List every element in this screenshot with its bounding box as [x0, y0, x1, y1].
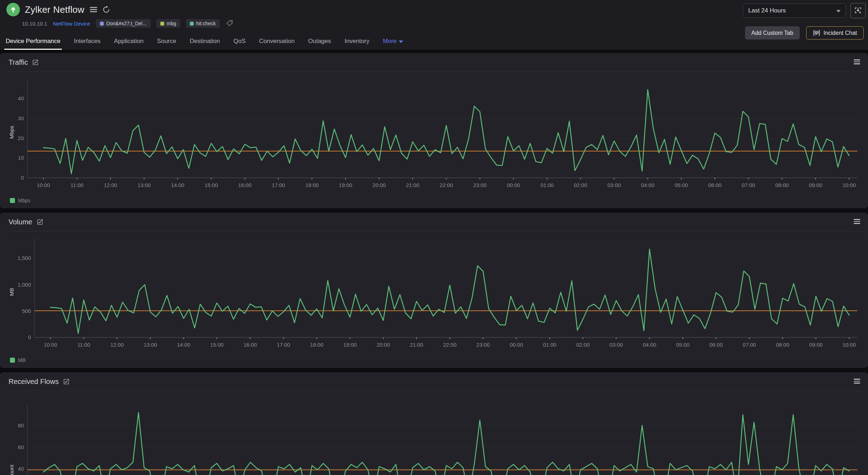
svg-text:1,000: 1,000	[17, 282, 31, 288]
svg-text:05:00: 05:00	[675, 182, 688, 188]
tag-label: Don&#x27;t_Del...	[106, 21, 147, 26]
card-header: Volume	[9, 213, 859, 231]
tab-more[interactable]: More	[383, 38, 403, 46]
expand-chart-icon[interactable]	[37, 219, 43, 225]
time-range-select[interactable]: Last 24 Hours	[743, 4, 846, 18]
svg-text:0: 0	[21, 175, 24, 181]
svg-text:15:00: 15:00	[210, 342, 224, 348]
svg-text:06:00: 06:00	[709, 342, 723, 348]
traffic-chart[interactable]: 01020304010:0011:0012:0013:0014:0015:001…	[9, 76, 859, 195]
svg-text:60: 60	[18, 444, 24, 450]
svg-text:23:00: 23:00	[473, 182, 487, 188]
top-bar: Zylker Netflow 10.10.10.1 NetFlow Device…	[0, 0, 868, 50]
incident-chat-button[interactable]: Incident Chat	[806, 26, 864, 39]
svg-text:07:00: 07:00	[743, 342, 756, 348]
add-custom-tab-button[interactable]: Add Custom Tab	[745, 26, 800, 39]
svg-text:04:00: 04:00	[643, 342, 657, 348]
expand-chart-icon[interactable]	[32, 59, 39, 66]
tab-destination[interactable]: Destination	[190, 38, 220, 46]
refresh-icon[interactable]	[102, 6, 110, 14]
svg-text:12:00: 12:00	[104, 182, 117, 188]
legend-swatch	[10, 358, 15, 363]
hamburger-menu-icon[interactable]	[90, 6, 97, 13]
expand-chart-icon[interactable]	[63, 378, 70, 385]
tab-bar: Device Performance Interfaces Applicatio…	[0, 38, 403, 50]
svg-text:00:00: 00:00	[510, 342, 523, 348]
svg-text:03:00: 03:00	[610, 342, 623, 348]
tag-chip[interactable]: hit:check	[186, 19, 220, 28]
svg-text:08:00: 08:00	[776, 342, 789, 348]
tag-color-dot	[160, 22, 164, 26]
card-menu-icon[interactable]	[854, 219, 860, 224]
tab-source[interactable]: Source	[157, 38, 176, 46]
svg-text:13:00: 13:00	[144, 342, 157, 348]
svg-text:08:00: 08:00	[775, 182, 789, 188]
device-status-icon	[6, 3, 20, 16]
traffic-legend[interactable]: Mbps	[10, 198, 859, 203]
svg-text:17:00: 17:00	[272, 182, 285, 188]
svg-text:1,500: 1,500	[17, 255, 31, 261]
svg-text:500: 500	[22, 308, 31, 314]
volume-legend[interactable]: MB	[10, 357, 859, 363]
svg-text:02:00: 02:00	[574, 182, 588, 188]
tag-chip[interactable]: mbg	[156, 19, 180, 28]
svg-text:15:00: 15:00	[205, 182, 218, 188]
svg-text:14:00: 14:00	[177, 342, 191, 348]
svg-text:40: 40	[18, 95, 24, 101]
svg-text:10:00: 10:00	[37, 182, 50, 188]
volume-chart[interactable]: 05001,0001,50010:0011:0012:0013:0014:001…	[9, 236, 859, 354]
divider	[4, 391, 864, 391]
divider	[4, 71, 864, 72]
svg-text:17:00: 17:00	[277, 342, 290, 348]
traffic-card: Traffic 01020304010:0011:0012:0013:0014:…	[0, 53, 868, 208]
svg-text:20: 20	[18, 135, 24, 141]
divider	[4, 231, 864, 231]
tab-outages[interactable]: Outages	[308, 38, 331, 46]
manage-tags-icon[interactable]	[226, 20, 233, 28]
add-to-dashboard-icon[interactable]	[850, 3, 866, 18]
svg-text:0: 0	[28, 334, 31, 340]
tab-application[interactable]: Application	[114, 38, 144, 46]
svg-text:05:00: 05:00	[676, 342, 690, 348]
card-title: Received Flows	[9, 378, 59, 386]
device-type-link[interactable]: NetFlow Device	[53, 21, 90, 27]
svg-text:18:00: 18:00	[305, 182, 319, 188]
tab-qos[interactable]: QoS	[234, 38, 246, 46]
card-header: Received Flows	[9, 372, 859, 391]
card-header: Traffic	[9, 53, 859, 71]
tag-label: hit:check	[196, 21, 216, 26]
card-menu-icon[interactable]	[854, 379, 860, 384]
svg-text:11:00: 11:00	[77, 342, 90, 348]
received-flows-chart[interactable]: 2040608010:0011:0012:0013:0014:0015:0016…	[9, 395, 859, 475]
tab-device-performance[interactable]: Device Performance	[6, 38, 60, 46]
page-title: Zylker Netflow	[25, 4, 85, 15]
tab-conversation[interactable]: Conversation	[259, 38, 295, 46]
received-flows-card: Received Flows 2040608010:0011:0012:0013…	[0, 372, 868, 475]
device-ip: 10.10.10.1	[22, 21, 47, 27]
tag-color-dot	[190, 22, 194, 26]
svg-text:10: 10	[18, 155, 24, 161]
svg-text:40: 40	[18, 466, 24, 472]
legend-label: Mbps	[18, 198, 30, 203]
card-title: Volume	[9, 218, 32, 226]
tab-more-label: More	[383, 38, 397, 45]
svg-text:20:00: 20:00	[373, 182, 386, 188]
tab-interfaces[interactable]: Interfaces	[74, 38, 101, 46]
svg-text:19:00: 19:00	[343, 342, 357, 348]
card-menu-icon[interactable]	[854, 59, 860, 64]
tag-color-dot	[100, 22, 104, 26]
incident-chat-label: Incident Chat	[824, 30, 857, 36]
svg-text:06:00: 06:00	[708, 182, 722, 188]
tag-label: mbg	[167, 21, 176, 26]
svg-text:01:00: 01:00	[540, 182, 554, 188]
svg-text:01:00: 01:00	[543, 342, 557, 348]
svg-text:09:00: 09:00	[809, 342, 823, 348]
svg-text:02:00: 02:00	[576, 342, 590, 348]
svg-text:14:00: 14:00	[171, 182, 184, 188]
tag-chip[interactable]: Don&#x27;t_Del...	[96, 19, 151, 28]
header-actions: Add Custom Tab Incident Chat	[745, 26, 864, 39]
svg-text:21:00: 21:00	[410, 342, 423, 348]
legend-label: MB	[18, 357, 26, 363]
tab-inventory[interactable]: Inventory	[344, 38, 369, 46]
volume-card: Volume 05001,0001,50010:0011:0012:0013:0…	[0, 213, 868, 368]
